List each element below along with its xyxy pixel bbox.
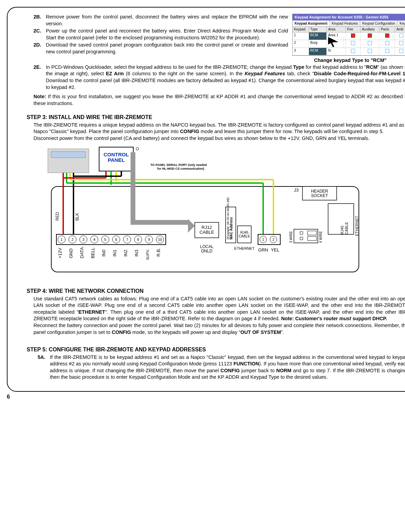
step4-p1: Use standard CAT5 network cables as foll… — [17, 296, 405, 322]
step4-heading: STEP 4: WIRE THE NETWORK CONNECTION — [17, 287, 405, 295]
svg-rect-36 — [300, 232, 303, 234]
svg-text:IN0: IN0 — [101, 249, 106, 256]
checkbox-icon[interactable] — [399, 41, 403, 45]
checkbox-icon[interactable] — [351, 49, 355, 53]
yel-label: YEL — [271, 247, 280, 252]
svg-text:1: 1 — [262, 237, 264, 242]
screenshot-title: Keypad Assignment for Account X255 : Gem… — [293, 14, 405, 21]
svg-rect-22 — [131, 152, 135, 224]
svg-text:SUPV.: SUPV. — [146, 249, 150, 260]
step-2d-body: Download the saved control panel program… — [46, 42, 288, 55]
svg-text:9: 9 — [148, 237, 150, 242]
svg-text:(Example: 00-20-4A-80-81-8B): (Example: 00-20-4A-80-81-8B) — [226, 197, 230, 239]
checkbox-icon[interactable] — [385, 41, 389, 45]
j3-label: J3 — [294, 187, 299, 193]
screenshot-panel: Keypad Assignment for Account X255 : Gem… — [292, 14, 405, 64]
checkbox-icon[interactable] — [368, 34, 372, 38]
tab-features[interactable]: Keypad Features — [330, 21, 360, 27]
local-dnld: LOCALDNLD — [200, 244, 214, 254]
page-number: 6 — [7, 393, 398, 401]
checkbox-icon[interactable] — [385, 34, 389, 38]
svg-text:3: 3 — [82, 237, 84, 242]
svg-text:R.B.: R.B. — [156, 248, 161, 256]
step3-heading: STEP 3: INSTALL AND WIRE THE IBR-ZREMOTE — [17, 114, 405, 121]
step-2e: 2E. In PCD-Windows Quickloader, select t… — [17, 64, 405, 91]
svg-text:BELL: BELL — [90, 247, 95, 258]
tab-config[interactable]: Keypad Configuration — [360, 21, 397, 27]
svg-rect-37 — [300, 237, 303, 240]
svg-marker-23 — [188, 219, 195, 233]
svg-rect-2 — [51, 152, 85, 158]
svg-text:4: 4 — [93, 237, 95, 242]
ethernet-label: ETHERNET — [234, 246, 255, 250]
ethernetb-label: ETHERNET — [355, 216, 359, 236]
header-label: HEADERSOCKET — [311, 189, 328, 198]
svg-text:5: 5 — [104, 237, 106, 242]
3wire-label: 3 WIRE — [289, 231, 293, 243]
svg-text:2: 2 — [272, 237, 274, 242]
svg-marker-0 — [328, 37, 338, 47]
4wire-label: 4 WIRE — [319, 231, 323, 243]
label-red: RED — [55, 212, 60, 221]
svg-text:10: 10 — [158, 237, 162, 242]
rj45b-label: RJ45 — [340, 225, 344, 234]
svg-text:IN1: IN1 — [112, 249, 117, 256]
checkbox-icon[interactable] — [399, 34, 403, 38]
step-2c-num: 2C. — [33, 28, 46, 41]
serial-note: TO PANEL SERIAL PORT (only needed for NL… — [150, 163, 208, 170]
svg-text:2: 2 — [71, 237, 73, 242]
step4-p2: Reconnect the battery connection and pow… — [17, 322, 405, 336]
svg-text:7: 7 — [126, 237, 128, 242]
step3-p1: The IBR-ZREMOTE requires a unique keypad… — [17, 122, 405, 135]
type-dropdown[interactable]: RCM — [309, 33, 327, 40]
step5a-body: If the IBR-ZREMOTE is to be keypad addre… — [50, 354, 405, 381]
step5a-num: 5A. — [38, 354, 50, 381]
svg-rect-38 — [308, 231, 316, 235]
tab-assignment[interactable]: Keypad Assignment — [293, 21, 330, 27]
grn-label: GRN — [258, 247, 268, 252]
step-2b-body: Remove power from the control panel, dis… — [46, 14, 288, 27]
step-2d-num: 2D. — [33, 42, 46, 55]
step2-section: 2B.Remove power from the control panel, … — [17, 14, 405, 64]
svg-rect-39 — [308, 236, 316, 241]
svg-text:6: 6 — [115, 237, 117, 242]
svg-text:8: 8 — [137, 237, 139, 242]
svg-point-4 — [136, 147, 139, 150]
svg-text:1: 1 — [60, 237, 63, 242]
tab-key[interactable]: Key — [397, 21, 405, 27]
checkbox-icon[interactable] — [351, 41, 355, 45]
checkbox-icon[interactable] — [351, 34, 355, 38]
checkbox-icon[interactable] — [368, 49, 372, 53]
checkbox-icon[interactable] — [399, 49, 403, 53]
step-2b-num: 2B. — [33, 14, 46, 27]
wiring-diagram: CONTROLPANEL TO PANEL SERIAL PORT (only … — [44, 145, 366, 281]
mac-label: MAC Address — [229, 217, 233, 239]
svg-text:+12V: +12V — [57, 248, 63, 258]
step5-heading: STEP 5: CONFIGURE THE IBR-ZREMOTE AND KE… — [17, 346, 405, 353]
svg-text:CABLE: CABLE — [345, 222, 349, 234]
step-2c-body: Power up the control panel and reconnect… — [46, 28, 288, 41]
svg-text:DATA: DATA — [79, 247, 84, 258]
screenshot-caption: Change keypad Type to "RCM" — [292, 57, 405, 64]
svg-text:GND: GND — [68, 248, 73, 258]
step2-note: Note: If this is your first installation… — [17, 93, 405, 107]
label-blk: BLK — [75, 213, 80, 221]
checkbox-icon[interactable] — [385, 49, 389, 53]
svg-text:IN2: IN2 — [123, 249, 128, 256]
step3-p2: Disconnect power from the control panel … — [17, 135, 405, 142]
checkbox-icon[interactable] — [368, 41, 372, 45]
svg-text:IN3: IN3 — [134, 249, 139, 256]
page-frame: 2B.Remove power from the control panel, … — [7, 7, 405, 392]
arrow-cursor-icon — [327, 37, 343, 49]
